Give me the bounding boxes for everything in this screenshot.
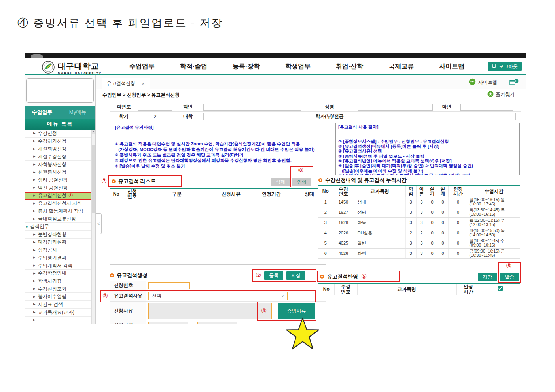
- sidebar-menu-item-label: 사회봉사신청: [38, 161, 66, 168]
- delete-button[interactable]: 삭제: [271, 178, 290, 186]
- course-table: No수강 번호교과목명학 점이 론실 기설 계인정 시간수업시간 1 1450 …: [318, 185, 520, 259]
- annotation-box-list-title: 유고결석 리스트: [108, 175, 182, 187]
- course-row[interactable]: 4 2026 DU실용 2 2 0 0 0 화(15:00~15:50) 목(1…: [318, 228, 520, 238]
- global-nav-item[interactable]: 사이트맵: [439, 62, 464, 71]
- global-nav-item[interactable]: 수업업무: [129, 62, 155, 71]
- menu-arrow-icon: ▶: [33, 194, 35, 197]
- sidebar-menu-item[interactable]: ▶ 백신 공결신청: [25, 184, 91, 192]
- sidebar-menu-item-label: 계절희망신청: [38, 145, 66, 152]
- sidebar-menu-item[interactable]: ▶: [25, 317, 91, 324]
- sidebar-menu-item[interactable]: ▶ 계절수강신청: [25, 153, 91, 161]
- sidebar-menu-item[interactable]: ▶ 헌혈봉사신청: [25, 168, 91, 176]
- absence-reason-label: 유고결석사유: [110, 290, 146, 301]
- global-nav-item[interactable]: 취업·산학: [336, 62, 363, 71]
- course-time: 월(15:00~16:15) 월(16:30~17:45): [468, 197, 520, 207]
- grade-input[interactable]: [460, 104, 513, 111]
- sidebar-menu-item[interactable]: ▶ 학생시간표: [25, 277, 91, 285]
- sidebar-scrollbar[interactable]: ∧: [91, 130, 95, 324]
- evidence-file-button[interactable]: 증빙서류: [278, 303, 315, 319]
- major-input[interactable]: [358, 113, 516, 120]
- sidebar-menu-item[interactable]: ∨ 검색업무: [25, 223, 91, 231]
- absence-reason-select[interactable]: 선택 ∨: [148, 292, 288, 300]
- course-row[interactable]: 2 1927 생명 3 3 0 0 0 화(13:30~14:45) 목(15:…: [318, 207, 520, 217]
- favorite-link[interactable]: 즐겨찾기: [487, 91, 515, 98]
- notice-cautions-title: [유고결석 유의사항]: [115, 124, 331, 130]
- year-input[interactable]: [138, 104, 172, 111]
- sidebar-menu-item[interactable]: ▶ 국내학점교류신청: [25, 215, 91, 223]
- university-logo[interactable]: 대구대학교 DAEGU UNIVERSITY: [42, 61, 102, 75]
- sidebar-menu-item[interactable]: ▶ 유고결석신청 ①: [25, 192, 91, 200]
- absence-list-column-header: 구분: [142, 188, 212, 200]
- sidebar-menu-item[interactable]: ▶ 사회봉사신청: [25, 161, 91, 169]
- course-credit: 3: [405, 217, 416, 228]
- sidebar-menu-item[interactable]: ▶ 유고결석신청서 서식: [25, 200, 91, 207]
- global-nav-item[interactable]: 학적·졸업: [180, 62, 207, 71]
- select-all-checkbox[interactable]: [498, 286, 503, 291]
- section-bullet-icon: [110, 273, 114, 277]
- sidebar-menu-item[interactable]: ▶ 수강허가신청: [25, 138, 91, 145]
- register-button[interactable]: 등록: [264, 271, 283, 280]
- course-time: 월(12:00~13:15) 수(12:00~13:15): [468, 217, 520, 228]
- sidebar-menu-item-label: 수강학점안내: [38, 270, 66, 277]
- sidebar-menu-item[interactable]: ▶ 생리 공결신청: [25, 176, 91, 184]
- course-row[interactable]: 6 4026 과학 3 3 0 0 0 금(09:00~10:15) 금(10:…: [318, 248, 520, 258]
- sidebar-menu-item[interactable]: ▶ 수강학점안내: [25, 270, 91, 277]
- menu-arrow-icon: ▶: [33, 178, 35, 181]
- sidebar-collapse-button[interactable]: <: [96, 213, 102, 234]
- sidebar-menu-item[interactable]: ▶ 수업계획서 검색: [25, 262, 91, 270]
- sidebar-tab-class-work[interactable]: 수업업무: [25, 109, 60, 116]
- sidebar-menu-item-label: 성적공시: [38, 247, 57, 253]
- period-end-date-input[interactable]: [197, 322, 237, 324]
- sidebar-menu-item[interactable]: ▶ 교과목개요(교과): [25, 309, 91, 317]
- scroll-up-icon[interactable]: ∧: [92, 130, 95, 134]
- application-detail-field[interactable]: [148, 303, 272, 319]
- print-button[interactable]: 인쇄: [292, 178, 311, 186]
- course-row[interactable]: 3 1928 아동 3 3 0 0 0 월(12:00~13:15) 수(12:…: [318, 217, 520, 228]
- apply-save-button[interactable]: 저장: [478, 273, 497, 281]
- course-no: 1: [318, 197, 333, 207]
- sidebar-menu-item[interactable]: ▶ 수강신청: [25, 130, 91, 138]
- name-input[interactable]: [358, 104, 433, 111]
- menu-arrow-icon: ▶: [33, 171, 35, 174]
- sidebar-tab-my-menu[interactable]: My메뉴: [60, 109, 95, 116]
- global-nav-item[interactable]: 국제교류: [388, 62, 414, 71]
- sidebar-menu-item[interactable]: ▶ 계절희망신청: [25, 145, 91, 153]
- tab-absence-application[interactable]: 유고결석신청 ×: [102, 78, 150, 89]
- course-credit: 2: [405, 228, 416, 238]
- sitemap-link[interactable]: 사이트맵: [469, 78, 497, 87]
- sidebar-menu-item[interactable]: ▶ 성적공시: [25, 246, 91, 254]
- star-marker: [286, 317, 320, 351]
- course-recognized-hours: 0: [448, 197, 468, 207]
- course-row[interactable]: 1 1450 생태 3 3 0 0 0 월(15:00~16:15) 월(16:…: [318, 197, 520, 207]
- menu-arrow-icon: ▶: [33, 318, 35, 322]
- notice-line: ⑥ [발송]후 [승인]처리 대기(학과(부)장 승인) -> 단과대학 행정실…: [338, 163, 517, 168]
- course-row[interactable]: 5 4025 일반 3 3 0 0 0 월(10:30~11:45) 수(09:…: [318, 238, 520, 248]
- sidebar-menu-item[interactable]: ▶ 폐강강좌현황: [25, 239, 91, 247]
- annotation-8: ⑧: [298, 167, 303, 173]
- save-button[interactable]: 저장: [286, 271, 305, 280]
- sidebar-menu-item[interactable]: ▶ 수업평가결과: [25, 254, 91, 262]
- sidebar-menu-item[interactable]: ▶ 시간표 검색: [25, 301, 91, 309]
- browser-tab-remnant: [31, 54, 43, 58]
- period-start-date-input[interactable]: [148, 322, 188, 324]
- student-number-input[interactable]: [203, 104, 301, 111]
- sidebar-scrollbar-thumb[interactable]: [92, 145, 95, 213]
- send-button[interactable]: 발송: [500, 273, 519, 281]
- global-nav-item[interactable]: 학생업무: [285, 62, 311, 71]
- sidebar-menu-item[interactable]: ▶ 봉사이수열람: [25, 293, 91, 301]
- sidebar-menu-item[interactable]: ▶ 봉사 활동계획서 작성: [25, 207, 91, 215]
- sidebar-menu-item[interactable]: ▶ 분반강좌현황: [25, 231, 91, 239]
- college-input[interactable]: [203, 113, 301, 120]
- close-icon[interactable]: ×: [142, 81, 145, 87]
- global-nav-item[interactable]: 등록·장학: [233, 62, 260, 71]
- logout-button[interactable]: 로그아웃: [488, 62, 522, 71]
- course-recognized-hours: 0: [448, 207, 468, 217]
- sidebar-menu-item[interactable]: ▶ 수강신청조회: [25, 285, 91, 293]
- chevron-down-icon: ∨: [281, 294, 284, 298]
- course-no: 5: [318, 238, 333, 248]
- semester-input[interactable]: [138, 113, 172, 120]
- application-number-input[interactable]: [148, 282, 190, 289]
- window-popup-icon[interactable]: [509, 79, 519, 87]
- course-time: 월(10:30~11:45) 수(09:00~10:15): [468, 238, 520, 248]
- application-number-label: 신청번호: [110, 281, 146, 290]
